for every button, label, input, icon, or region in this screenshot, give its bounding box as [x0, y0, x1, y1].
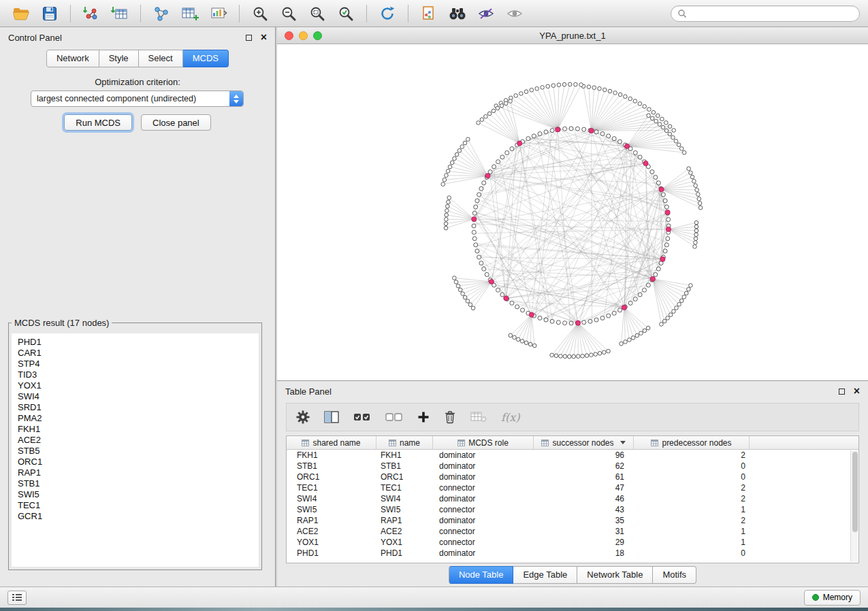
import-network-button[interactable] — [78, 3, 104, 24]
zoom-fit-button[interactable] — [304, 3, 330, 24]
close-panel-icon[interactable]: × — [261, 32, 267, 43]
select-all-rows-button[interactable] — [353, 412, 371, 423]
cell-mcds_role: connector — [433, 526, 534, 537]
mcds-result-node[interactable]: FKH1 — [18, 424, 259, 435]
cell-name: FKH1 — [376, 450, 433, 461]
cell-mcds_role: dominator — [433, 450, 534, 461]
mcds-result-node[interactable]: ORC1 — [18, 457, 259, 467]
minimize-window-icon[interactable] — [299, 31, 308, 40]
table-row[interactable]: ACE2ACE2connector311 — [287, 526, 850, 537]
mcds-result-node[interactable]: SWI4 — [18, 391, 259, 402]
column-header-name[interactable]: name — [376, 436, 433, 449]
cell-predecessor_nodes: 0 — [634, 461, 750, 472]
table-mode-gear-button[interactable] — [296, 410, 310, 424]
column-header-successor-nodes[interactable]: successor nodes — [534, 436, 634, 449]
delete-columns-button[interactable] — [444, 410, 456, 424]
mcds-result-node[interactable]: PHD1 — [18, 337, 259, 348]
optimization-criterion-select[interactable]: largest connected component (undirected) — [31, 90, 244, 107]
zoom-out-button[interactable] — [276, 3, 302, 24]
network-graph[interactable] — [277, 44, 867, 380]
mcds-result-node[interactable]: TEC1 — [18, 500, 259, 511]
close-window-icon[interactable] — [285, 31, 293, 40]
toggle-visibility-button[interactable] — [473, 3, 499, 24]
table-row[interactable]: TEC1TEC1connector472 — [287, 482, 850, 493]
tab-motifs[interactable]: Motifs — [653, 566, 696, 584]
table-row[interactable]: YOX1YOX1connector291 — [287, 537, 850, 548]
create-column-button[interactable] — [417, 411, 430, 423]
deselect-all-rows-button[interactable] — [385, 412, 403, 423]
scrollbar-thumb[interactable] — [852, 452, 858, 532]
column-header-MCDS-role[interactable]: MCDS role — [433, 436, 534, 449]
cell-name: SWI5 — [376, 504, 433, 515]
tab-select[interactable]: Select — [139, 50, 183, 67]
table-row[interactable]: SWI4SWI4dominator462 — [287, 493, 850, 504]
search-input[interactable] — [691, 9, 853, 18]
table-row[interactable]: ORC1ORC1dominator610 — [287, 472, 850, 482]
tab-style[interactable]: Style — [99, 50, 139, 67]
tab-mcds[interactable]: MCDS — [183, 50, 229, 67]
zoom-fit-icon — [309, 5, 325, 22]
search-icon — [677, 9, 687, 18]
delete-table-button[interactable] — [470, 411, 487, 423]
clone-network-button[interactable] — [416, 3, 442, 24]
mcds-result-node[interactable]: RAP1 — [18, 467, 259, 478]
chevron-down-icon[interactable] — [620, 441, 626, 444]
toolbar-separator — [408, 5, 408, 22]
cell-shared_name: PHD1 — [287, 548, 376, 559]
table-body[interactable]: FKH1FKH1dominator962STB1STB1dominator620… — [287, 450, 850, 563]
mcds-result-node[interactable]: TID3 — [18, 369, 259, 380]
table-scrollbar[interactable] — [850, 450, 858, 562]
zoom-selected-button[interactable] — [333, 3, 359, 24]
zoom-in-button[interactable] — [247, 3, 273, 24]
column-header-predecessor-nodes[interactable]: predecessor nodes — [634, 436, 750, 449]
table-row[interactable]: FKH1FKH1dominator962 — [287, 450, 850, 461]
tab-node-table[interactable]: Node Table — [449, 566, 514, 584]
show-column-button[interactable] — [324, 411, 339, 423]
float-panel-icon[interactable] — [839, 389, 845, 395]
mcds-result-node[interactable]: GCR1 — [18, 511, 259, 522]
show-all-button[interactable] — [502, 3, 528, 24]
new-network-button[interactable] — [148, 3, 174, 24]
new-table-button[interactable] — [177, 3, 203, 24]
sort-table-icon — [457, 440, 465, 446]
panel-list-button[interactable] — [7, 591, 27, 605]
mcds-result-node[interactable]: STP4 — [18, 359, 259, 369]
refresh-layout-button[interactable] — [374, 3, 400, 24]
open-folder-button[interactable] — [8, 3, 34, 24]
memory-button[interactable]: Memory — [804, 590, 861, 606]
table-row[interactable]: RAP1RAP1dominator352 — [287, 515, 850, 526]
cell-mcds_role: dominator — [433, 472, 534, 482]
table-row[interactable]: PHD1PHD1dominator180 — [287, 548, 850, 559]
mcds-result-node[interactable]: STB5 — [18, 446, 259, 457]
mcds-result-node[interactable]: SWI5 — [18, 489, 259, 500]
tab-network[interactable]: Network — [46, 50, 99, 67]
mcds-result-node[interactable]: CAR1 — [18, 348, 259, 359]
mcds-result-node[interactable]: YOX1 — [18, 380, 259, 391]
mcds-result-node[interactable]: PMA2 — [18, 413, 259, 424]
mcds-result-node[interactable]: ACE2 — [18, 435, 259, 446]
run-mcds-button[interactable]: Run MCDS — [64, 114, 132, 131]
tab-edge-table[interactable]: Edge Table — [513, 566, 577, 584]
mcds-result-node[interactable]: STB1 — [18, 478, 259, 489]
float-panel-icon[interactable] — [246, 35, 252, 41]
import-table-button[interactable] — [107, 3, 133, 24]
mcds-result-box: MCDS result (17 nodes) PHD1CAR1STP4TID3Y… — [8, 318, 262, 570]
mcds-result-list[interactable]: PHD1CAR1STP4TID3YOX1SWI4SRD1PMA2FKH1ACE2… — [12, 333, 259, 567]
column-header-shared-name[interactable]: shared name — [287, 436, 376, 449]
cell-shared_name: SWI4 — [287, 493, 376, 504]
search-box[interactable] — [671, 5, 860, 22]
close-panel-button[interactable]: Close panel — [141, 114, 211, 131]
table-header-row: shared namenameMCDS rolesuccessor nodesp… — [287, 436, 858, 450]
table-row[interactable]: SWI5SWI5connector431 — [287, 504, 850, 515]
find-button[interactable] — [445, 3, 470, 24]
save-session-button[interactable] — [37, 3, 63, 24]
close-panel-icon[interactable]: × — [854, 386, 860, 397]
export-image-button[interactable] — [206, 3, 231, 24]
tab-network-table[interactable]: Network Table — [577, 566, 653, 584]
network-canvas[interactable] — [277, 44, 868, 380]
table-row[interactable]: STB1STB1dominator620 — [287, 461, 850, 472]
network-window-titlebar[interactable]: YPA_prune.txt_1 — [277, 27, 868, 44]
maximize-window-icon[interactable] — [313, 31, 322, 40]
function-builder-button[interactable]: f(x) — [501, 411, 519, 424]
mcds-result-node[interactable]: SRD1 — [18, 402, 259, 413]
